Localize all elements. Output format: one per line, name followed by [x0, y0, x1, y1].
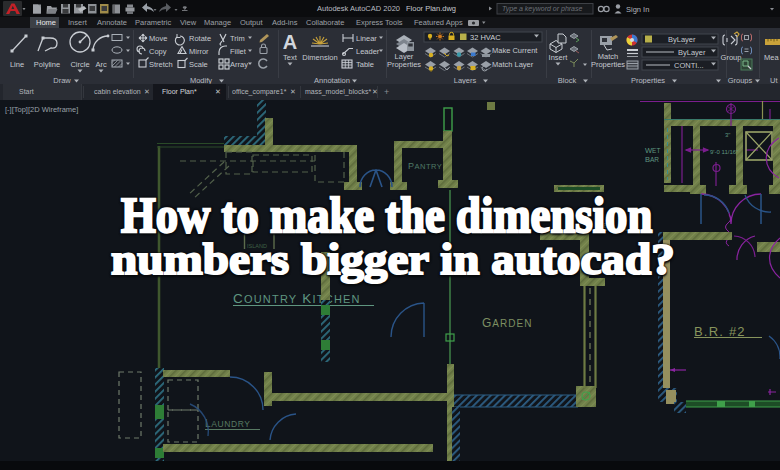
svg-text:B.R. #2: B.R. #2 — [694, 324, 746, 339]
svg-text:Move: Move — [149, 34, 167, 43]
svg-text:32 HVAC: 32 HVAC — [470, 33, 501, 42]
svg-text:ISLAND: ISLAND — [247, 243, 267, 249]
svg-text:Dimension: Dimension — [302, 53, 337, 62]
svg-text:Mea: Mea — [764, 53, 779, 62]
svg-text:Linear: Linear — [356, 34, 377, 43]
svg-text:Draw: Draw — [53, 76, 71, 84]
svg-text:[-][Top][2D Wireframe]: [-][Top][2D Wireframe] — [5, 105, 78, 114]
svg-text:LAUNDRY: LAUNDRY — [205, 418, 251, 429]
svg-text:Layers: Layers — [454, 76, 477, 84]
svg-text:Floor Plan.dwg: Floor Plan.dwg — [406, 4, 456, 13]
svg-text:EN.R.: EN.R. — [603, 221, 627, 230]
svg-text:Group: Group — [721, 53, 742, 62]
svg-text:GARDEN: GARDEN — [482, 316, 532, 330]
svg-text:Properties: Properties — [631, 76, 665, 84]
svg-text:Make Current: Make Current — [492, 46, 538, 55]
svg-text:WET: WET — [645, 146, 660, 155]
svg-text:Copy: Copy — [149, 47, 167, 56]
svg-text:Ut: Ut — [770, 76, 778, 84]
svg-text:Text: Text — [283, 53, 298, 62]
svg-text:Array: Array — [230, 60, 248, 69]
svg-text:Trim: Trim — [230, 34, 245, 43]
svg-text:Type a keyword or phrase: Type a keyword or phrase — [502, 5, 583, 13]
svg-text:CONTI...: CONTI... — [674, 61, 704, 70]
svg-text:Arc: Arc — [95, 60, 107, 69]
svg-text:ByLayer: ByLayer — [678, 48, 706, 57]
svg-text:COUNTRY KITCHEN: COUNTRY KITCHEN — [233, 291, 361, 306]
svg-text:Stretch: Stretch — [149, 60, 173, 69]
svg-text:Circle: Circle — [70, 60, 89, 69]
svg-text:Leader: Leader — [356, 47, 380, 56]
svg-text:Autodesk AutoCAD 2020: Autodesk AutoCAD 2020 — [317, 4, 400, 13]
svg-text:BAR: BAR — [645, 155, 659, 164]
svg-text:Sign In: Sign In — [626, 5, 649, 14]
svg-text:Match Layer: Match Layer — [492, 60, 534, 69]
svg-text:Line: Line — [10, 60, 24, 69]
svg-text:Modify: Modify — [190, 76, 212, 84]
svg-text:PANTRY: PANTRY — [408, 161, 442, 171]
svg-text:Mirror: Mirror — [189, 47, 209, 56]
svg-text:9'-0 11/16": 9'-0 11/16" — [710, 149, 738, 155]
svg-text:3": 3" — [725, 132, 730, 138]
svg-text:Scale: Scale — [189, 60, 208, 69]
svg-text:Properties: Properties — [591, 60, 625, 69]
svg-text:Polyline: Polyline — [34, 60, 60, 69]
svg-text:Fillet: Fillet — [230, 47, 247, 56]
svg-text:Properties: Properties — [387, 60, 421, 69]
svg-text:Table: Table — [356, 60, 374, 69]
svg-text:ByLayer: ByLayer — [668, 35, 696, 44]
svg-text:A: A — [283, 31, 297, 53]
svg-text:Groups: Groups — [728, 76, 753, 84]
svg-text:Block: Block — [558, 76, 577, 84]
svg-text:Annotation: Annotation — [314, 76, 350, 84]
svg-text:Insert: Insert — [549, 53, 569, 62]
svg-text:Rotate: Rotate — [189, 34, 211, 43]
